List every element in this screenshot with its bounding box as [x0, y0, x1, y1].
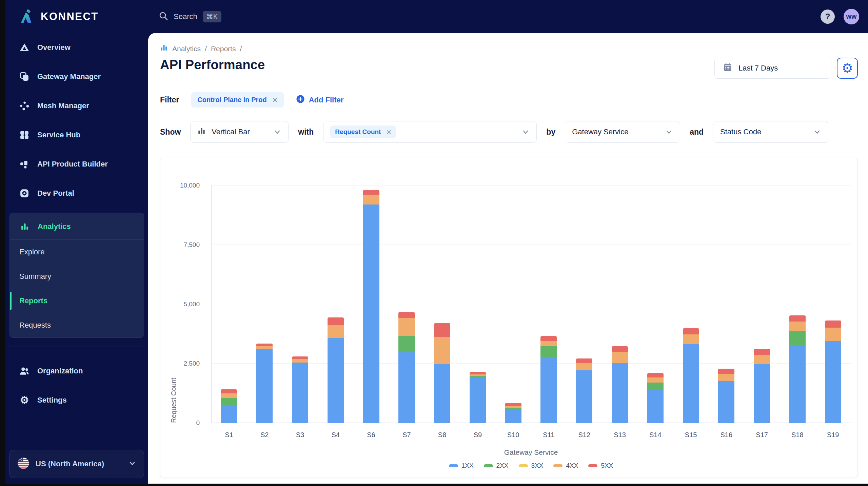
segment-1XX-S7	[398, 352, 415, 423]
then-by-select[interactable]: Status Code	[713, 121, 828, 143]
konnect-app: KONNECT Search ⌘K ? ww Overview	[0, 0, 868, 486]
segment-1XX-S12	[576, 370, 592, 423]
breadcrumb: Analytics / Reports /	[160, 44, 858, 54]
legend-item-5XX[interactable]: 5XX	[588, 462, 613, 469]
region-selector[interactable]: US (North America)	[9, 450, 144, 478]
show-row: Show Vertical Bar with	[160, 121, 858, 143]
segment-2XX-S1	[221, 398, 237, 405]
legend-item-3XX[interactable]: 3XX	[519, 462, 544, 469]
plus-circle-icon	[296, 95, 305, 105]
bar-column-S12: S12	[567, 186, 602, 423]
bar-column-S6: S6	[353, 186, 389, 423]
x-tick-label-S19: S19	[815, 431, 851, 439]
breadcrumb-analytics[interactable]: Analytics	[172, 45, 201, 53]
report-settings-button[interactable]: ⚙	[837, 58, 858, 79]
x-tick-label-S3: S3	[282, 431, 318, 439]
segment-5XX-S9	[470, 372, 486, 374]
stacked-bar-S7[interactable]	[398, 186, 415, 423]
stacked-bar-S16[interactable]	[718, 186, 734, 423]
sidebar-item-reports[interactable]: Reports	[10, 289, 144, 313]
overview-icon	[19, 42, 30, 53]
legend-swatch	[588, 464, 597, 467]
segment-4XX-S3	[292, 359, 308, 362]
remove-metric-icon[interactable]	[386, 130, 391, 135]
stacked-bar-S10[interactable]	[505, 186, 521, 423]
x-tick-label-S7: S7	[389, 431, 425, 439]
segment-2XX-S11	[540, 346, 557, 356]
global-search[interactable]: Search ⌘K	[159, 0, 221, 33]
segment-2XX-S18	[789, 331, 806, 346]
sidebar-item-api-product-builder[interactable]: API Product Builder	[5, 150, 148, 179]
stacked-bar-S15[interactable]	[683, 186, 699, 423]
sub-item-label: Explore	[19, 248, 45, 256]
sidebar-item-analytics[interactable]: Analytics	[10, 213, 144, 240]
stacked-bar-S14[interactable]	[647, 186, 664, 423]
stacked-bar-S3[interactable]	[292, 186, 308, 423]
x-tick-label-S10: S10	[495, 431, 531, 439]
bar-column-S2: S2	[247, 186, 282, 423]
segment-4XX-S7	[398, 318, 415, 336]
bar-column-S3: S3	[282, 186, 318, 423]
segment-5XX-S3	[292, 356, 308, 359]
add-filter-button[interactable]: Add Filter	[296, 95, 344, 105]
legend-item-4XX[interactable]: 4XX	[553, 462, 578, 469]
sidebar-item-summary[interactable]: Summary	[10, 264, 144, 289]
topbar-actions: ? ww	[821, 0, 859, 33]
stacked-bar-S9[interactable]	[470, 186, 486, 423]
stacked-bar-S13[interactable]	[612, 186, 628, 423]
stacked-bar-S8[interactable]	[434, 186, 450, 423]
stacked-bar-S11[interactable]	[540, 186, 557, 423]
x-tick-label-S11: S11	[531, 431, 567, 439]
group-by-select[interactable]: Gateway Service	[565, 121, 680, 143]
sidebar-item-label: Service Hub	[37, 131, 80, 139]
analytics-section: Analytics Explore Summary Reports Reques…	[9, 213, 144, 338]
stacked-bar-S6[interactable]	[363, 186, 379, 423]
user-avatar[interactable]: ww	[844, 9, 859, 24]
metric-select[interactable]: Request Count	[323, 121, 537, 143]
bar-column-S14: S14	[637, 186, 673, 423]
breadcrumb-reports[interactable]: Reports	[211, 45, 236, 53]
segment-1XX-S4	[328, 338, 344, 423]
remove-filter-icon[interactable]	[272, 97, 278, 103]
stacked-bar-S2[interactable]	[256, 186, 273, 423]
stacked-bar-S19[interactable]	[825, 186, 841, 423]
segment-4XX-S17	[754, 355, 770, 364]
date-range-button[interactable]: Last 7 Days	[714, 58, 831, 79]
sidebar-item-requests[interactable]: Requests	[10, 313, 144, 337]
stacked-bar-S12[interactable]	[576, 186, 592, 423]
breadcrumb-separator: /	[205, 45, 207, 53]
segment-2XX-S14	[647, 383, 664, 390]
sidebar-item-label: Overview	[37, 43, 71, 52]
x-tick-label-S9: S9	[460, 431, 495, 439]
y-tick-label: 7,500	[183, 241, 200, 249]
x-tick-label-S14: S14	[637, 431, 673, 439]
stacked-bar-S1[interactable]	[221, 186, 237, 423]
stacked-bar-S18[interactable]	[789, 186, 806, 423]
legend-item-1XX[interactable]: 1XX	[449, 462, 474, 469]
sidebar-item-explore[interactable]: Explore	[10, 240, 144, 264]
with-label: with	[298, 128, 314, 137]
brand[interactable]: KONNECT	[19, 0, 99, 33]
sidebar-footer: Organization ⚙ Settings	[5, 356, 148, 415]
stacked-bar-S4[interactable]	[328, 186, 344, 423]
bar-column-S13: S13	[602, 186, 638, 423]
sidebar-item-overview[interactable]: Overview	[5, 33, 148, 62]
metric-chip[interactable]: Request Count	[330, 125, 396, 138]
sidebar-item-dev-portal[interactable]: Dev Portal	[5, 179, 148, 208]
stacked-bar-S17[interactable]	[754, 186, 770, 423]
help-button[interactable]: ?	[821, 9, 835, 24]
segment-1XX-S18	[789, 346, 806, 423]
segment-5XX-S12	[576, 358, 592, 363]
sidebar-item-gateway-manager[interactable]: Gateway Manager	[5, 62, 148, 91]
chart-type-select[interactable]: Vertical Bar	[190, 121, 289, 143]
segment-1XX-S1	[221, 405, 237, 423]
filter-chip-label: Control Plane in Prod	[197, 96, 267, 104]
legend-label: 4XX	[566, 462, 578, 469]
sidebar-item-mesh-manager[interactable]: Mesh Manager	[5, 91, 148, 120]
legend-item-2XX[interactable]: 2XX	[484, 462, 509, 469]
x-tick-label-S12: S12	[567, 431, 602, 439]
sidebar-item-organization[interactable]: Organization	[5, 356, 148, 386]
sidebar-item-service-hub[interactable]: Service Hub	[5, 120, 148, 150]
filter-chip-control-plane[interactable]: Control Plane in Prod	[191, 92, 283, 108]
sidebar-item-settings[interactable]: ⚙ Settings	[5, 386, 148, 415]
